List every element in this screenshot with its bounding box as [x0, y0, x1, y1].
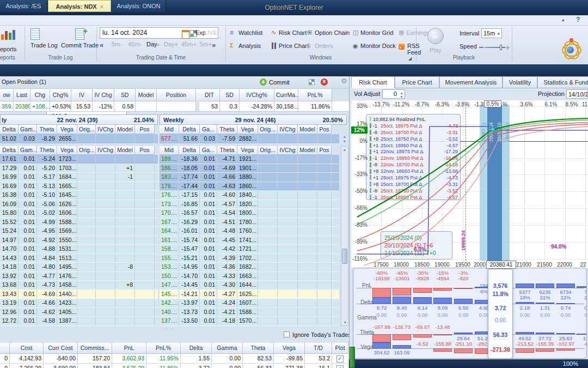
tab-analysis-es[interactable]: Analysis: /ES	[0, 0, 47, 12]
strike-row[interactable]: 179....-17.440.01-4.631860...	[160, 182, 339, 191]
tab-analysis-ndx[interactable]: Analysis: NDX×	[48, 0, 111, 12]
summary-col-header[interactable]: ow	[0, 89, 14, 101]
reports-button[interactable]: eports	[0, 46, 17, 52]
strike-row[interactable]: 13.190.01-4.661423...	[0, 299, 158, 308]
trades-col-header[interactable]: Vega	[274, 343, 305, 354]
tab-statistics-fundamentals[interactable]: Statistics & Fundamentals	[537, 76, 588, 88]
tab-price-chart[interactable]: Price Chart	[395, 76, 439, 88]
interval-select[interactable]: 15m	[481, 28, 502, 38]
help-icon[interactable]: ?	[576, 16, 580, 23]
summary-col-header[interactable]: IV Chg	[93, 89, 114, 101]
summary-col-header[interactable]: Chg%	[50, 89, 71, 101]
strike-row[interactable]: 140....-13.730.01-4.211588...	[160, 308, 339, 317]
play-button[interactable]: ▶	[427, 28, 444, 44]
grid-col-header[interactable]: Theta	[37, 146, 57, 155]
option-chain-button[interactable]: Option Chain	[315, 29, 350, 36]
grid-col-header[interactable]: Pos	[317, 146, 332, 155]
trades-col-header[interactable]: PnL	[112, 343, 146, 354]
trades-col-header[interactable]: Plot	[332, 343, 348, 354]
trades-col-header[interactable]: T/D	[305, 343, 332, 354]
front-summary-row[interactable]: 51.020.03-8.292655...	[0, 134, 158, 143]
grid-col-header[interactable]: Delta	[0, 125, 19, 134]
grid-col-header[interactable]: IVChg	[278, 125, 298, 134]
calendar-icon[interactable]	[182, 30, 189, 39]
grid-col-header[interactable]: Pos	[135, 125, 155, 134]
strike-row[interactable]: 14.180.01-4.801495...-8	[0, 263, 158, 272]
grid-col-header[interactable]: Gam...	[19, 146, 37, 155]
tab-close-icon[interactable]: ×	[100, 4, 103, 10]
speed-slider-track[interactable]	[485, 47, 505, 48]
grid-col-header[interactable]: Mid	[160, 146, 179, 155]
strike-row[interactable]: 15.800.01-5.021606...	[0, 209, 158, 218]
strike-row[interactable]: 153....-14.950.01-4.361682...	[160, 263, 339, 272]
strike-row[interactable]: 13.680.01-4.731458...+8	[0, 281, 158, 290]
risk-chart-button[interactable]: Risk Chart	[279, 29, 307, 36]
strike-row[interactable]: 16.990.01-5.171684...-1	[0, 173, 158, 182]
monitor-grid-button[interactable]: Monitor Grid	[360, 29, 394, 36]
grid-col-header[interactable]: Gam...	[19, 125, 37, 134]
grid-col-header[interactable]: Delta	[179, 125, 200, 134]
close-position-icon[interactable]: ×	[321, 79, 328, 86]
tab-volatility[interactable]: Volatility	[503, 76, 537, 88]
front-expiration-header[interactable]: ly 22 nov. 24 (39) 21.04%	[0, 114, 158, 125]
strike-row[interactable]: 14.970.01-4.921550...	[0, 236, 158, 245]
scroll-down-icon[interactable]: ▼	[342, 321, 348, 324]
strike-row[interactable]: 16.380.01-5.101645...	[0, 191, 158, 200]
commit-icon[interactable]: +	[260, 79, 267, 86]
strike-row[interactable]: 15.520.01-4.991588...	[0, 218, 158, 227]
summary-col-header[interactable]: DIT	[199, 89, 220, 101]
strike-row[interactable]: 17.290.01-5.201703...+1	[0, 164, 158, 173]
strike-row[interactable]: 137....-13.500.01-4.181570...	[160, 317, 339, 326]
grid-col-header[interactable]: Orig...	[258, 125, 278, 134]
grid-col-header[interactable]: Delta	[0, 146, 19, 155]
strike-row[interactable]: 147....-14.450.01-4.301644...	[160, 281, 339, 290]
strike-row[interactable]: 183....-17.740.01-4.661880...	[160, 173, 339, 182]
summary-col-header[interactable]: Last	[14, 89, 30, 101]
trades-col-header[interactable]: Cost	[10, 343, 44, 354]
strike-row[interactable]: 186....-18.050.01-4.691901...	[160, 164, 339, 173]
strike-row[interactable]: 12.960.01-4.621405...	[0, 308, 158, 317]
strike-row[interactable]: 17.610.01-5.241723...	[0, 155, 158, 164]
strike-row[interactable]: 189....-18.360.01-4.711921...	[160, 155, 339, 164]
strike-row[interactable]: 158....-15.470.01-4.421721...	[160, 245, 339, 254]
step-back-icon[interactable]: «	[100, 41, 103, 49]
summary-col-header[interactable]: SD	[114, 89, 136, 101]
trades-col-header[interactable]: Commiss...	[78, 343, 112, 354]
strike-row[interactable]: 150....-14.700.01-4.331663...	[160, 272, 339, 281]
trades-col-header[interactable]: Gamma	[212, 343, 243, 354]
grid-col-header[interactable]: Theta	[217, 125, 237, 134]
rss-feed-button[interactable]: RSS Feed	[407, 43, 421, 56]
grid-col-header[interactable]: Model	[115, 125, 135, 134]
grid-col-header[interactable]: Ga...	[200, 146, 217, 155]
grid-col-header[interactable]: Model	[115, 146, 135, 155]
projection-date-field[interactable]: 14/10/20	[566, 89, 588, 99]
strike-row[interactable]: 16.690.01-5.131665...	[0, 182, 158, 191]
nav-day-minus[interactable]: Day-	[146, 41, 159, 47]
trades-col-header[interactable]: Theta	[243, 343, 274, 354]
step-forward-icon[interactable]: »	[212, 41, 216, 49]
price-chart-button[interactable]: Price Chart	[279, 43, 309, 49]
speed-minus-icon[interactable]	[479, 47, 483, 48]
ribbon-collapse-icon[interactable]: ▴	[562, 17, 565, 22]
commit-trade-button[interactable]: + Commit Trade	[61, 28, 99, 49]
strike-row[interactable]: 164....-16.010.01-4.481760...	[160, 227, 339, 236]
strike-row[interactable]: 167....-16.290.01-4.511780...	[160, 218, 339, 227]
ignore-trades-checkbox[interactable]	[284, 331, 290, 337]
spin-up-icon[interactable]: ▲	[400, 91, 403, 95]
move-axis-selected[interactable]: 0.5%	[484, 100, 501, 107]
strike-row[interactable]: 161....-15.740.01-4.451741...	[160, 236, 339, 245]
summary-col-header[interactable]: CurrMa...	[274, 89, 298, 101]
strike-row[interactable]: 145....-14.210.01-4.271625...	[160, 290, 339, 299]
trades-col-header[interactable]: PnL%	[146, 343, 181, 354]
export-grid-icon[interactable]	[309, 79, 315, 85]
grid-col-header[interactable]: Model	[298, 125, 317, 134]
grid-col-header[interactable]: Mid	[160, 125, 179, 134]
speed-plus-icon[interactable]: ✛	[505, 45, 510, 51]
strike-row[interactable]: 155....-15.210.01-4.391702...	[160, 254, 339, 263]
trade-row[interactable]: 04,142.93-540.00157.203,602.9311.95%1.55…	[0, 354, 349, 364]
tab-movement-analysis[interactable]: Movement Analysis	[439, 76, 503, 88]
nav-45m-minus[interactable]: 45m-	[128, 41, 142, 47]
spin-down-icon[interactable]: ▼	[400, 95, 403, 99]
grid-col-header[interactable]: Pos	[135, 146, 155, 155]
strike-row[interactable]: 176....-17.150.01-4.601840...	[160, 191, 339, 200]
